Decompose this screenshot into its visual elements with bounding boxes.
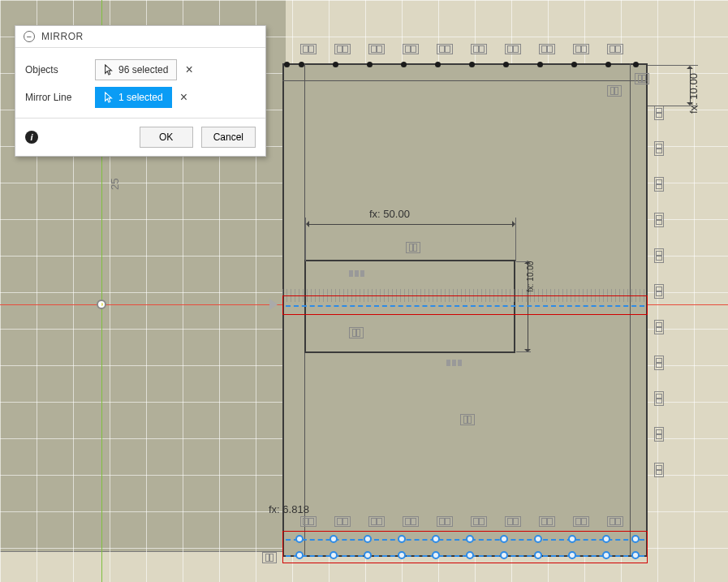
dimension-6-818[interactable]: fx: 6.818 xyxy=(269,503,309,515)
info-icon[interactable]: i xyxy=(25,131,38,144)
objects-chip-text: 96 selected xyxy=(118,64,168,75)
objects-selection-chip[interactable]: 96 selected xyxy=(95,59,177,80)
dim-ext xyxy=(515,218,516,261)
dimension-50[interactable]: fx: 50.00 xyxy=(369,208,410,220)
row-objects: Objects 96 selected × xyxy=(25,56,256,84)
mirror-dialog[interactable]: − MIRROR Objects 96 selected × Mirror Li… xyxy=(15,25,266,157)
cursor-icon xyxy=(104,64,114,75)
mirror-line-selection-chip[interactable]: 1 selected xyxy=(95,87,172,108)
dimension-slot-h[interactable]: fx: 10.00 xyxy=(526,261,535,292)
row-mirror-line: Mirror Line 1 selected × xyxy=(25,84,256,111)
constraint-icon xyxy=(607,85,622,97)
constraint-row-bottom xyxy=(300,516,623,527)
origin-dim-label: 25 xyxy=(109,179,121,190)
cursor-icon xyxy=(104,92,114,103)
dialog-title: MIRROR xyxy=(41,31,84,42)
symmetry-icon xyxy=(460,414,475,425)
mirror-line[interactable] xyxy=(286,305,644,307)
mirror-line-chip-text: 1 selected xyxy=(118,92,163,103)
symmetry-icon xyxy=(349,327,364,338)
symmetry-icon xyxy=(406,242,420,253)
constraint-icon xyxy=(635,73,649,84)
constraint-col-right xyxy=(654,106,664,477)
dialog-header[interactable]: − MIRROR xyxy=(15,26,265,48)
mirror-preview-line xyxy=(286,555,644,557)
dimension-10-top[interactable]: fx: 10.00 xyxy=(687,73,700,114)
sketch-canvas[interactable]: 25 fx: 50.00 xyxy=(0,0,728,582)
collapse-icon[interactable]: − xyxy=(24,31,35,42)
triangle-marker-icon xyxy=(269,299,278,310)
label-objects: Objects xyxy=(25,64,95,75)
origin-point[interactable] xyxy=(97,300,106,309)
dimension-line[interactable] xyxy=(307,224,515,225)
equal-icon xyxy=(349,268,367,274)
ok-button[interactable]: OK xyxy=(140,127,193,148)
dim-ext xyxy=(516,351,531,352)
cancel-button[interactable]: Cancel xyxy=(201,127,256,148)
clear-mirror-line-button[interactable]: × xyxy=(180,90,187,105)
selection-box-result xyxy=(282,531,648,563)
mirror-preview-line xyxy=(286,539,644,541)
equal-icon xyxy=(446,357,464,364)
constraint-row-top xyxy=(300,44,623,54)
constraint-icon xyxy=(262,552,277,563)
clear-objects-button[interactable]: × xyxy=(185,63,192,77)
label-mirror-line: Mirror Line xyxy=(25,92,95,103)
